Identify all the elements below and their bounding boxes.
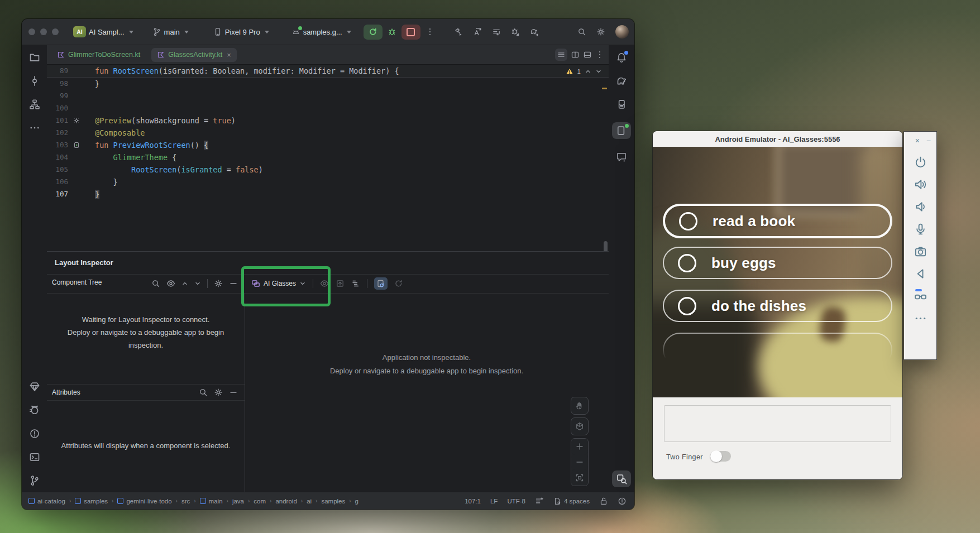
zoom-in-button[interactable] bbox=[571, 439, 588, 454]
recent-actions-icon[interactable] bbox=[492, 27, 501, 36]
breadcrumb-item[interactable]: samples bbox=[75, 498, 108, 505]
sync-translate-icon[interactable] bbox=[473, 27, 482, 36]
preview-settings-gutter-icon[interactable] bbox=[68, 114, 85, 127]
readonly-lock-icon[interactable] bbox=[599, 497, 608, 506]
inspection-marker[interactable] bbox=[602, 88, 607, 89]
more-run-options-icon[interactable] bbox=[426, 27, 434, 36]
settings-gear-icon[interactable] bbox=[596, 27, 605, 36]
code-line-107[interactable]: 107} bbox=[47, 188, 609, 200]
close-tab-icon[interactable]: × bbox=[227, 51, 231, 59]
tab-glimmertodoscreen[interactable]: GlimmerToDoScreen.kt bbox=[51, 48, 146, 61]
expand-up-icon[interactable] bbox=[181, 280, 188, 287]
breadcrumb-item[interactable]: samples bbox=[321, 498, 345, 505]
export-snapshot-icon[interactable] bbox=[336, 279, 345, 288]
breadcrumb-item[interactable]: android bbox=[275, 498, 297, 505]
more-tool-windows-icon[interactable] bbox=[29, 122, 40, 133]
gradle-sync-icon[interactable] bbox=[530, 27, 539, 36]
breadcrumb-item[interactable]: java bbox=[232, 498, 244, 505]
encoding-widget[interactable]: UTF-8 bbox=[507, 498, 525, 505]
breadcrumb-item[interactable]: gemini-live-todo bbox=[117, 498, 171, 505]
build-run-icon[interactable] bbox=[454, 27, 463, 36]
gear-icon[interactable] bbox=[214, 279, 223, 288]
hide-panel-icon[interactable] bbox=[229, 388, 238, 397]
radio-circle-icon[interactable] bbox=[678, 297, 696, 315]
running-devices-tool-selected[interactable] bbox=[612, 122, 631, 139]
code-line-106[interactable]: 106 } bbox=[47, 176, 609, 188]
debug-button[interactable] bbox=[388, 27, 396, 36]
version-control-icon[interactable] bbox=[29, 475, 40, 486]
refresh-icon[interactable] bbox=[394, 279, 403, 288]
pan-hand-button[interactable] bbox=[571, 397, 589, 415]
terminal-icon[interactable] bbox=[29, 452, 40, 463]
project-tool-icon[interactable] bbox=[29, 52, 40, 63]
device-manager-icon[interactable] bbox=[616, 99, 627, 110]
breadcrumb-item[interactable]: src bbox=[181, 498, 190, 505]
inspection-widget[interactable]: 1 bbox=[566, 66, 602, 76]
gradle-tool-icon[interactable] bbox=[616, 75, 627, 87]
run-preview-gutter-icon[interactable] bbox=[68, 139, 85, 151]
logcat-icon[interactable] bbox=[29, 405, 40, 416]
more-controls-button[interactable] bbox=[914, 312, 927, 325]
notifications-bell-icon[interactable] bbox=[616, 52, 627, 63]
device-selector[interactable]: Pixel 9 Pro bbox=[213, 27, 269, 36]
process-dropdown[interactable]: AI Glasses bbox=[251, 279, 306, 288]
run-configuration-selector[interactable]: samples.g... bbox=[291, 27, 351, 36]
breadcrumb-item[interactable]: ai-catalog bbox=[28, 498, 65, 505]
touchpad-area[interactable] bbox=[664, 405, 891, 442]
code-line-99[interactable]: 99 bbox=[47, 90, 609, 102]
view-options-eye-icon[interactable] bbox=[166, 279, 175, 288]
vcs-branch-selector[interactable]: main bbox=[152, 27, 189, 36]
structure-tool-icon[interactable] bbox=[29, 99, 40, 110]
power-button[interactable] bbox=[914, 156, 927, 169]
back-button[interactable] bbox=[914, 267, 927, 280]
code-line-89[interactable]: 89fun RootScreen(isGranted: Boolean, mod… bbox=[47, 65, 609, 78]
two-finger-toggle[interactable] bbox=[710, 451, 731, 462]
window-minimize-button[interactable] bbox=[40, 28, 47, 35]
search-icon[interactable] bbox=[151, 279, 160, 288]
run-button[interactable] bbox=[364, 25, 383, 40]
commit-tool-icon[interactable] bbox=[29, 75, 40, 87]
code-editor[interactable]: 89fun RootScreen(isGranted: Boolean, mod… bbox=[47, 65, 609, 251]
attach-debugger-icon[interactable] bbox=[511, 27, 520, 36]
indent-widget[interactable]: 4 spaces bbox=[553, 497, 590, 505]
radio-circle-icon[interactable] bbox=[679, 212, 697, 231]
split-editor-icon[interactable] bbox=[571, 50, 580, 59]
prev-warning-icon[interactable] bbox=[585, 68, 591, 75]
code-line-103[interactable]: 103fun PreviewRootScreen() { bbox=[47, 139, 609, 151]
breadcrumb-item[interactable]: com bbox=[254, 498, 266, 505]
layout-inspector-toggle-selected[interactable] bbox=[612, 470, 631, 487]
breadcrumb-item[interactable]: g bbox=[355, 498, 358, 505]
todo-item-focused[interactable]: read a book bbox=[663, 204, 892, 238]
problems-icon[interactable] bbox=[29, 428, 40, 439]
emulator-titlebar[interactable]: Android Emulator - AI_Glasses:5556 bbox=[653, 131, 902, 147]
breadcrumb-item[interactable]: main bbox=[200, 498, 223, 505]
mode-3d-button[interactable] bbox=[571, 417, 589, 435]
code-line-105[interactable]: 105 RootScreen(isGranted = false) bbox=[47, 164, 609, 176]
emulator-screen[interactable]: read a bookbuy eggsdo the dishes bbox=[653, 147, 902, 397]
live-updates-eye-icon[interactable] bbox=[320, 279, 329, 288]
camera-button[interactable] bbox=[914, 245, 927, 258]
search-everywhere-icon[interactable] bbox=[577, 27, 586, 36]
breadcrumb-item[interactable]: ai bbox=[307, 498, 312, 505]
code-line-100[interactable]: 100 bbox=[47, 102, 609, 114]
zoom-fit-button[interactable] bbox=[571, 470, 588, 486]
editor-layout-icon[interactable] bbox=[583, 50, 592, 59]
emulator-minimize-icon[interactable]: − bbox=[926, 136, 931, 145]
volume-down-button[interactable] bbox=[914, 200, 927, 213]
volume-up-button[interactable] bbox=[914, 178, 927, 191]
zoom-out-button[interactable] bbox=[571, 454, 588, 470]
search-icon[interactable] bbox=[199, 388, 208, 397]
todo-item[interactable]: buy eggs bbox=[663, 247, 892, 279]
tree-settings-icon[interactable] bbox=[351, 279, 360, 288]
editor-list-view-icon[interactable] bbox=[555, 49, 567, 61]
microphone-button[interactable] bbox=[914, 223, 927, 236]
caret-position-widget[interactable]: 107:1 bbox=[465, 498, 481, 505]
radio-circle-icon[interactable] bbox=[678, 254, 696, 272]
code-line-98[interactable]: 98} bbox=[47, 78, 609, 90]
window-close-button[interactable] bbox=[28, 28, 35, 35]
window-zoom-button[interactable] bbox=[52, 28, 59, 35]
hide-panel-icon[interactable] bbox=[229, 279, 238, 288]
line-separator-widget[interactable]: LF bbox=[490, 498, 498, 505]
collapse-down-icon[interactable] bbox=[194, 280, 201, 287]
ai-glasses-button[interactable] bbox=[914, 290, 927, 302]
